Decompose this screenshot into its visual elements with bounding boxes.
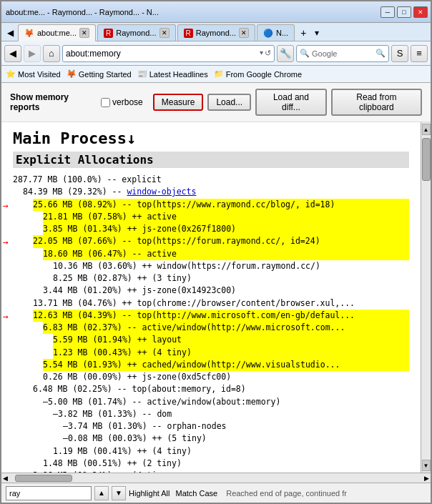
- tab-0-label: about:me...: [37, 29, 77, 37]
- memory-toolbar: Show memory reports verbose Measure Load…: [1, 83, 431, 122]
- find-next-button[interactable]: ▼: [112, 486, 126, 500]
- nav-back-tab[interactable]: ◀: [4, 24, 16, 41]
- address-text: about:memory: [66, 49, 260, 59]
- minimize-button[interactable]: ─: [381, 6, 395, 18]
- from-chrome-icon: 📁: [214, 69, 224, 79]
- line-8: 8.25 MB (02.87%) ++ (3 tiny): [53, 272, 409, 285]
- most-visited-label: Most Visited: [18, 70, 61, 79]
- read-clipboard-button[interactable]: Read from clipboard: [331, 89, 422, 116]
- getting-started-label: Getting Started: [79, 70, 132, 79]
- line-0: 287.77 MB (100.0%) -- explicit: [13, 174, 409, 186]
- arrow-1: →: [3, 199, 9, 213]
- measure-button[interactable]: Measure: [153, 94, 204, 111]
- line-24: 3.86 MB (01.34%) ++ (4 tiny: [33, 470, 409, 473]
- refresh-icon[interactable]: ↺: [265, 49, 271, 58]
- window-objects-link[interactable]: window-objects: [127, 187, 196, 197]
- tab-0[interactable]: 🦊 about:me... ✕: [18, 24, 96, 41]
- bookmark-latest-headlines[interactable]: 📰 Latest Headlines: [137, 69, 208, 79]
- line-7: 10.36 MB (03.60%) ++ window(https://foru…: [53, 260, 409, 272]
- home-button[interactable]: ⌂: [43, 45, 60, 62]
- address-icons: ▾ ↺: [260, 49, 271, 58]
- tab-1-close[interactable]: ✕: [159, 28, 170, 38]
- arrow-3: →: [3, 310, 9, 324]
- tab-bar: ◀ 🦊 about:me... ✕ R Raymond... ✕ R Raymo…: [1, 23, 431, 41]
- line-4: 3.85 MB (01.34%) ++ js-zone(0x267f1800): [43, 223, 409, 235]
- horizontal-scrollbar[interactable]: ◀ ▶: [1, 473, 431, 483]
- line-9: 3.44 MB (01.20%) ++ js-zone(0x14923c00): [43, 285, 409, 297]
- nav-bar: ◀ ▶ ⌂ about:memory ▾ ↺ 🔧 🔍 Google 🔍 S ≡: [1, 41, 431, 66]
- verbose-checkbox-area: verbose: [101, 97, 143, 107]
- line-19: —3.82 MB (01.33%) -- dom: [53, 408, 409, 420]
- tab-2-icon: R: [184, 29, 193, 38]
- section-title: Explicit Allocations: [13, 152, 409, 168]
- load-button[interactable]: Load...: [207, 94, 251, 111]
- forward-button[interactable]: ▶: [24, 45, 41, 62]
- maximize-button[interactable]: □: [397, 6, 411, 18]
- vertical-scrollbar[interactable]: ▲ ▼: [421, 122, 431, 473]
- tab-2-label: Raymond...: [196, 29, 236, 37]
- bookmark-from-chrome[interactable]: 📁 From Google Chrome: [214, 69, 302, 79]
- memory-tree: 287.77 MB (100.0%) -- explicit 84.39 MB …: [13, 174, 409, 473]
- content-area: Show memory reports verbose Measure Load…: [1, 83, 431, 503]
- search-bar[interactable]: 🔍 Google 🔍: [296, 45, 389, 62]
- latest-headlines-icon: 📰: [137, 69, 147, 79]
- tab-1-icon: R: [104, 29, 113, 38]
- browser-window: about:me... - Raymond... - Raymond... - …: [0, 0, 432, 504]
- show-memory-label: Show memory reports: [10, 92, 97, 112]
- tab-1[interactable]: R Raymond... ✕: [97, 24, 175, 41]
- scroll-left-button[interactable]: ◀: [3, 475, 8, 482]
- verbose-checkbox[interactable]: [101, 98, 110, 107]
- tab-3-icon: 🔵: [263, 29, 273, 38]
- main-content[interactable]: Main Process↓ Explicit Allocations 287.7…: [1, 122, 421, 473]
- tab-1-label: Raymond...: [116, 29, 156, 37]
- tab-0-close[interactable]: ✕: [79, 28, 89, 38]
- tab-list-button[interactable]: ▾: [312, 24, 322, 41]
- arrow-group-1: → 25.66 MB (08.92%) -- top(https://www.r…: [13, 199, 409, 236]
- scroll-up-button[interactable]: ▲: [422, 124, 431, 135]
- scroll-thumb[interactable]: [422, 138, 431, 181]
- sync-button[interactable]: S: [391, 45, 408, 62]
- line-21: —0.08 MB (00.03%) ++ (5 tiny): [63, 433, 409, 445]
- dropdown-icon[interactable]: ▾: [260, 49, 263, 58]
- back-button[interactable]: ◀: [4, 45, 21, 62]
- line-15: 5.54 MB (01.93%) ++ cached/window(http:/…: [43, 359, 409, 371]
- tab-0-icon: 🦊: [24, 29, 34, 38]
- scroll-track: [421, 182, 431, 458]
- load-diff-button[interactable]: Load and diff...: [255, 89, 327, 116]
- latest-headlines-label: Latest Headlines: [149, 70, 208, 79]
- line-11: 12.63 MB (04.39%) -- top(http://www.micr…: [33, 310, 409, 322]
- find-bar: ▲ ▼ Highlight All Match Case Reached end…: [1, 483, 431, 503]
- tab-2-close[interactable]: ✕: [239, 28, 249, 38]
- line-2: 25.66 MB (08.92%) -- top(https://www.ray…: [33, 199, 409, 211]
- horiz-scroll-thumb[interactable]: [15, 475, 72, 482]
- overflow-button[interactable]: ≡: [411, 45, 428, 62]
- titlebar-buttons: ─ □ ✕: [381, 6, 428, 18]
- scroll-down-button[interactable]: ▼: [422, 460, 431, 471]
- content-row: Main Process↓ Explicit Allocations 287.7…: [1, 122, 431, 473]
- tab-2[interactable]: R Raymond... ✕: [177, 24, 255, 41]
- tab-3[interactable]: 🔵 N...: [257, 24, 295, 41]
- line-20: —3.74 MB (01.30%) -- orphan-nodes: [63, 420, 409, 433]
- close-button[interactable]: ✕: [413, 6, 428, 18]
- address-bar[interactable]: about:memory ▾ ↺: [62, 45, 275, 62]
- line-12: 6.83 MB (02.37%) -- active/window(http:/…: [43, 322, 409, 334]
- line-17: 6.48 MB (02.25%) -- top(about:memory, id…: [33, 383, 409, 395]
- line-22: 1.19 MB (00.41%) ++ (4 tiny): [53, 445, 409, 458]
- arrow-group-3: → 12.63 MB (04.39%) -- top(http://www.mi…: [13, 310, 409, 384]
- bookmark-most-visited[interactable]: ⭐ Most Visited: [6, 69, 61, 79]
- getting-started-icon: 🦊: [67, 69, 77, 79]
- scroll-right-button[interactable]: ▶: [424, 475, 429, 482]
- new-tab-button[interactable]: +: [296, 24, 310, 41]
- line-6: 18.60 MB (06.47%) -- active: [43, 248, 409, 260]
- find-prev-button[interactable]: ▲: [94, 486, 109, 500]
- search-submit-icon[interactable]: 🔍: [375, 49, 386, 58]
- bookmark-getting-started[interactable]: 🦊 Getting Started: [67, 69, 132, 79]
- settings-button[interactable]: 🔧: [277, 45, 294, 62]
- find-status: Reached end of page, continued fr: [226, 489, 347, 498]
- most-visited-icon: ⭐: [6, 69, 16, 79]
- highlight-all-label: Highlight All: [129, 489, 170, 498]
- find-input[interactable]: [6, 486, 92, 500]
- line-3: 21.81 MB (07.58%) ++ active: [43, 211, 409, 223]
- bookmarks-bar: ⭐ Most Visited 🦊 Getting Started 📰 Lates…: [1, 66, 431, 83]
- search-placeholder: Google: [312, 49, 375, 58]
